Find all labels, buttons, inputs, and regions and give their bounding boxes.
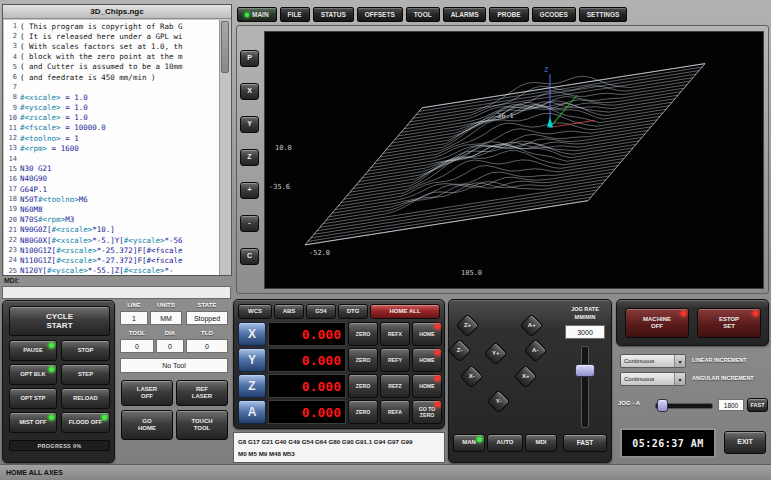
axis-y-button[interactable]: Y bbox=[238, 348, 266, 372]
zero-a-button[interactable]: ZERO bbox=[348, 400, 378, 424]
gcode-line[interactable]: 18N50T#<toolno>M6 bbox=[4, 194, 220, 204]
dtg-button[interactable]: DTG bbox=[338, 304, 368, 319]
jog-x-plus-button[interactable]: X+ bbox=[513, 364, 537, 388]
fast-button[interactable]: FAST bbox=[563, 434, 607, 452]
g54-button[interactable]: G54 bbox=[306, 304, 336, 319]
jog-x-minus-button[interactable]: X- bbox=[459, 364, 483, 388]
zero-z-button[interactable]: ZERO bbox=[348, 374, 378, 398]
ref-laser-button[interactable]: REF LASER bbox=[176, 380, 228, 406]
jog-a-fast-button[interactable]: FAST bbox=[747, 398, 768, 412]
x-view-button[interactable]: X bbox=[240, 83, 259, 100]
gcode-scrollbar-thumb[interactable] bbox=[221, 21, 229, 73]
tab-alarms[interactable]: ALARMS bbox=[443, 7, 487, 22]
jog-y-minus-button[interactable]: Y- bbox=[486, 389, 510, 413]
jog-rate-slider-track[interactable] bbox=[581, 346, 589, 428]
jog-a-plus-button[interactable]: A+ bbox=[519, 313, 543, 337]
gcode-line[interactable]: 23N100G1Z[#<zscale>*-25.372]F[#<fscale bbox=[4, 245, 220, 255]
gcode-lines[interactable]: 1( This program is copyright of Rab G2( … bbox=[4, 20, 220, 275]
opt-blk-button[interactable]: OPT BLK bbox=[9, 364, 57, 385]
jog-a-slider-handle[interactable] bbox=[657, 399, 668, 412]
toolpath-preview[interactable]: Z36.110.0-35.6-52.0105.0 bbox=[265, 32, 763, 288]
estop-button[interactable]: ESTOP SET bbox=[697, 308, 761, 338]
home-y-button[interactable]: HOME bbox=[412, 348, 442, 372]
axis-x-button[interactable]: X bbox=[238, 322, 266, 346]
gcode-line[interactable]: 3( With scales factors set at 1.0, th bbox=[4, 41, 220, 51]
angular-increment-select[interactable]: Continuous ▾ bbox=[620, 372, 686, 386]
mode-auto-button[interactable]: AUTO bbox=[487, 434, 523, 452]
step-button[interactable]: STEP bbox=[61, 364, 110, 385]
jog-z-plus-button[interactable]: Z+ bbox=[455, 313, 479, 337]
tab-file[interactable]: FILE bbox=[280, 7, 310, 22]
jog-z-minus-button[interactable]: Z- bbox=[447, 338, 471, 362]
laser-off-button[interactable]: LASER OFF bbox=[121, 380, 173, 406]
axis-a-button[interactable]: A bbox=[238, 400, 266, 424]
home-a-button[interactable]: GO TO ZERO bbox=[412, 400, 442, 424]
linear-increment-select[interactable]: Continuous ▾ bbox=[620, 354, 686, 368]
gcode-line[interactable]: 21N90G0Z[#<zscale>*10.] bbox=[4, 225, 220, 235]
axis-z-button[interactable]: Z bbox=[238, 374, 266, 398]
opt-stp-button[interactable]: OPT STP bbox=[9, 388, 57, 409]
mode-man-button[interactable]: MAN bbox=[453, 434, 485, 452]
zero-y-button[interactable]: ZERO bbox=[348, 348, 378, 372]
gcode-line[interactable]: 7 bbox=[4, 82, 220, 92]
home-x-button[interactable]: HOME bbox=[412, 322, 442, 346]
gcode-line[interactable]: 12#<toolno> = 1 bbox=[4, 133, 220, 143]
gcode-line[interactable]: 22N80G0X[#<xscale>*-5.]Y[#<yscale>*-56 bbox=[4, 235, 220, 245]
wcs-button[interactable]: WCS bbox=[238, 304, 272, 319]
gcode-line[interactable]: 8#<xscale> = 1.0 bbox=[4, 92, 220, 102]
tab-tool[interactable]: TOOL bbox=[406, 7, 440, 22]
tab-settings[interactable]: SETTINGS bbox=[579, 7, 628, 22]
tab-main[interactable]: MAIN bbox=[237, 7, 277, 22]
mode-mdi-button[interactable]: MDI bbox=[525, 434, 557, 452]
abs-button[interactable]: ABS bbox=[274, 304, 304, 319]
machine-off-button[interactable]: MACHINE OFF bbox=[625, 308, 689, 338]
zero-x-button[interactable]: ZERO bbox=[348, 322, 378, 346]
gcode-line[interactable]: 17G64P.1 bbox=[4, 184, 220, 194]
clear-plot-button[interactable]: C bbox=[240, 248, 259, 265]
stop-button[interactable]: STOP bbox=[61, 340, 110, 361]
cycle-start-button[interactable]: CYCLE START bbox=[9, 306, 110, 336]
tab-offsets[interactable]: OFFSETS bbox=[357, 7, 403, 22]
gcode-line[interactable]: 25N120Y[#<yscale>*-55.]Z[#<zscale>*- bbox=[4, 266, 220, 276]
ref-y-button[interactable]: REFY bbox=[380, 348, 410, 372]
gcode-line[interactable]: 24N110G1Z[#<zscale>*-27.372]F[#<fscale bbox=[4, 255, 220, 265]
exit-button[interactable]: EXIT bbox=[724, 431, 766, 454]
gcode-line[interactable]: 4( block with the zero point at the m bbox=[4, 52, 220, 62]
pause-button[interactable]: PAUSE bbox=[9, 340, 57, 361]
gcode-line[interactable]: 16N40G90 bbox=[4, 174, 220, 184]
reload-button[interactable]: RELOAD bbox=[61, 388, 110, 409]
jog-y-plus-button[interactable]: Y+ bbox=[483, 341, 507, 365]
zoom-in-button[interactable]: + bbox=[240, 182, 259, 199]
go-home-button[interactable]: GO HOME bbox=[121, 410, 173, 440]
perspective-view-button[interactable]: P bbox=[240, 50, 259, 67]
plot-area[interactable]: Z36.110.0-35.6-52.0105.0 bbox=[264, 31, 764, 289]
z-view-button[interactable]: Z bbox=[240, 149, 259, 166]
touch-tool-button[interactable]: TOUCH TOOL bbox=[176, 410, 228, 440]
gcode-line[interactable]: 15N30 G21 bbox=[4, 164, 220, 174]
ref-z-button[interactable]: REFZ bbox=[380, 374, 410, 398]
gcode-line[interactable]: 10#<zscale> = 1.0 bbox=[4, 113, 220, 123]
tab-status[interactable]: STATUS bbox=[313, 7, 354, 22]
gcode-line[interactable]: 5( and Cutter is assumed to be a 10mm bbox=[4, 62, 220, 72]
home-all-button[interactable]: HOME ALL bbox=[370, 304, 440, 319]
gcode-line[interactable]: 19N60M8 bbox=[4, 204, 220, 214]
tab-gcodes[interactable]: GCODES bbox=[532, 7, 576, 22]
ref-a-button[interactable]: REFA bbox=[380, 400, 410, 424]
gcode-line[interactable]: 14 bbox=[4, 153, 220, 163]
gcode-scrollbar[interactable] bbox=[219, 20, 230, 275]
jog-rate-slider-handle[interactable] bbox=[575, 364, 595, 377]
flood-off-button[interactable]: FLOOD OFF bbox=[61, 412, 110, 433]
gcode-line[interactable]: 9#<yscale> = 1.0 bbox=[4, 103, 220, 113]
gcode-line[interactable]: 6( and feedrate is 450 mm/min ) bbox=[4, 72, 220, 82]
y-view-button[interactable]: Y bbox=[240, 116, 259, 133]
home-z-button[interactable]: HOME bbox=[412, 374, 442, 398]
mist-off-button[interactable]: MIST OFF bbox=[9, 412, 57, 433]
zoom-out-button[interactable]: - bbox=[240, 215, 259, 232]
gcode-line[interactable]: 2( It is released here under a GPL wi bbox=[4, 31, 220, 41]
mdi-input[interactable] bbox=[2, 286, 231, 299]
tab-probe[interactable]: PROBE bbox=[489, 7, 528, 22]
ref-x-button[interactable]: REFX bbox=[380, 322, 410, 346]
gcode-line[interactable]: 20N70S#<rpm>M3 bbox=[4, 215, 220, 225]
gcode-line[interactable]: 1( This program is copyright of Rab G bbox=[4, 21, 220, 31]
gcode-line[interactable]: 13#<rpm> = 1600 bbox=[4, 143, 220, 153]
